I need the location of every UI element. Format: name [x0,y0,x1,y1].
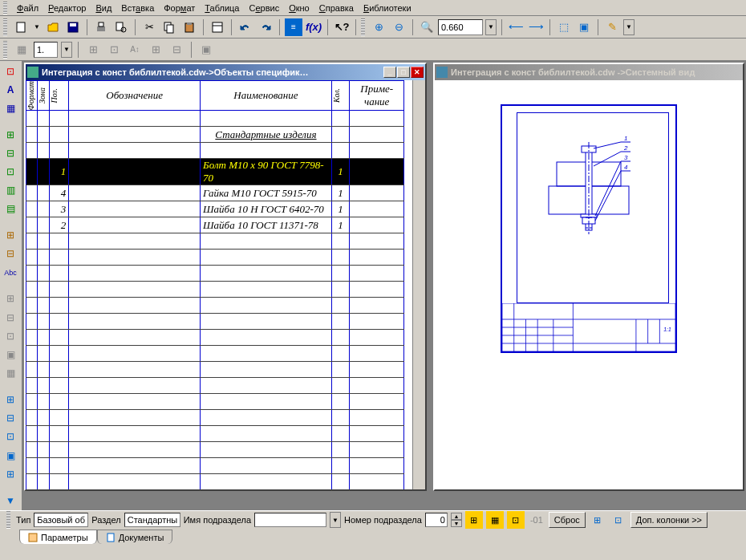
table-row[interactable]: 1Болт М10 x 90 ГОСТ 7798-701 [26,159,404,185]
vtb-row5-icon[interactable]: ▦ [2,365,19,382]
preview-button[interactable] [112,18,130,36]
subsection-num-field[interactable] [425,513,448,527]
paste-button[interactable] [180,18,198,36]
vertical-scrollbar[interactable] [412,80,425,489]
menu-libraries[interactable]: Библиотеки [363,3,412,13]
menu-editor[interactable]: Редактор [48,3,86,13]
table-row[interactable] [26,314,404,330]
tb2-btn-6[interactable]: ▣ [197,41,215,59]
fit-button[interactable]: ▣ [575,18,593,36]
params-grip[interactable] [6,511,10,529]
vtb-spec1-icon[interactable]: ⊞ [2,126,19,143]
vtb-spec5-icon[interactable]: ▤ [2,201,19,217]
tb2-btn-2[interactable]: ⊡ [105,41,123,59]
copy-button[interactable] [160,18,178,36]
subsection-name-field[interactable] [254,513,326,527]
extra-columns-button[interactable]: Доп. колонки >> [630,512,707,528]
menu-grip[interactable] [3,2,7,14]
step-dropdown[interactable]: ▼ [61,42,72,58]
param-icon-5[interactable]: ⊞ [589,511,606,529]
param-icon-4[interactable]: -01 [528,511,545,529]
toolbar-grip[interactable] [3,18,7,36]
table-row[interactable] [26,474,404,489]
menu-insert[interactable]: Вставка [121,3,154,13]
table-row[interactable] [26,442,404,458]
subsection-name-dropdown[interactable]: ▼ [330,512,341,528]
table-row[interactable] [26,426,404,442]
menu-window[interactable]: Окно [289,3,310,13]
spin-up[interactable]: ▲ [451,513,462,520]
spec-table-container[interactable]: Формат Зона Поз. Обозначение Наименовани… [26,80,412,489]
redraw-button[interactable]: ✎ [603,18,621,36]
zoom-value-input[interactable] [438,19,483,35]
toolbar2-grip[interactable] [3,41,7,59]
zoom-prev-button[interactable]: ⟵ [507,18,525,36]
fx-button[interactable]: f(x) [305,18,322,36]
vtb-link1-icon[interactable]: ⊞ [2,391,19,408]
vtb-row4-icon[interactable]: ▣ [2,346,19,363]
drawing-titlebar[interactable]: Интеграция с конст библилтекой.cdw ->Сис… [435,64,743,80]
cut-button[interactable]: ✂ [140,18,158,36]
vtb-link2-icon[interactable]: ⊟ [2,410,19,427]
spec-titlebar[interactable]: Интеграция с конст библилтекой.cdw->Объе… [26,64,425,80]
open-button[interactable] [44,18,62,36]
section-field[interactable] [124,513,180,527]
table-row[interactable]: 4Гайка М10 ГОСТ 5915-701 [26,185,404,201]
table-row[interactable]: 3Шайба 10 Н ГОСТ 6402-701 [26,201,404,217]
param-icon-2[interactable]: ▦ [486,511,504,529]
help-cursor-button[interactable]: ↖? [333,18,351,36]
vtb-spec4-icon[interactable]: ▥ [2,182,19,199]
zoom-in-button[interactable]: ⊕ [370,18,387,36]
table-row[interactable] [26,394,404,410]
menu-view[interactable]: Вид [95,3,111,13]
param-icon-6[interactable]: ⊡ [610,511,627,529]
pan-button[interactable]: ⬚ [555,18,573,36]
zoom-next-button[interactable]: ⟶ [527,18,545,36]
table-row[interactable] [26,111,404,127]
tb2-btn-3[interactable]: A↕ [126,41,144,59]
table-row[interactable] [26,378,404,394]
table-row[interactable] [26,250,404,266]
vtb-abc-icon[interactable]: Abc [2,264,19,281]
zoom-out-button[interactable]: ⊖ [390,18,407,36]
table-row[interactable] [26,233,404,250]
save-button[interactable] [64,18,82,36]
new-dropdown[interactable]: ▼ [32,18,42,36]
vtb-link3-icon[interactable]: ⊡ [2,428,19,445]
tb2-btn-5[interactable]: ⊟ [168,41,185,59]
spin-down[interactable]: ▼ [451,520,462,527]
vtb-spec3-icon[interactable]: ⊡ [2,164,19,181]
vtb-spec2-icon[interactable]: ⊟ [2,144,19,161]
param-icon-3[interactable]: ⊡ [507,511,525,529]
table-row[interactable] [26,298,404,314]
menu-file[interactable]: Файлdocument.currentScript.previousEleme… [17,3,39,13]
table-row[interactable] [26,266,404,282]
param-icon-1[interactable]: ⊞ [465,511,483,529]
vtb-text-icon[interactable]: ⊡ [2,63,19,79]
vtb-a-icon[interactable]: A [2,81,19,98]
table-row[interactable] [26,330,404,346]
maximize-button[interactable]: □ [397,67,410,78]
menu-table[interactable]: Таблица [205,3,239,13]
redo-button[interactable] [257,18,274,36]
redraw-dropdown[interactable]: ▼ [623,19,635,35]
vtb-table-icon[interactable]: ▦ [2,99,19,116]
table-row[interactable] [26,362,404,378]
close-button[interactable]: ✕ [411,67,424,78]
section-header-row[interactable]: Стандартные изделия [26,127,404,143]
table-row[interactable] [26,346,404,362]
table-row[interactable] [26,143,404,159]
type-field[interactable] [34,513,88,527]
vtb-add2-icon[interactable]: ⊟ [2,246,19,262]
vtb-expand-icon[interactable]: ▼ [2,492,19,509]
menu-format[interactable]: Формат [164,3,195,13]
variables-button[interactable]: ≡ [285,18,302,36]
properties-button[interactable] [209,18,226,36]
minimize-button[interactable]: _ [383,67,396,78]
vtb-link4-icon[interactable]: ▣ [2,447,19,464]
table-row[interactable] [26,282,404,298]
vtb-row2-icon[interactable]: ⊟ [2,309,19,326]
vtb-link5-icon[interactable]: ⊞ [2,465,19,482]
page-setup-button[interactable]: ▦ [13,41,30,59]
vtb-row3-icon[interactable]: ⊡ [2,327,19,344]
